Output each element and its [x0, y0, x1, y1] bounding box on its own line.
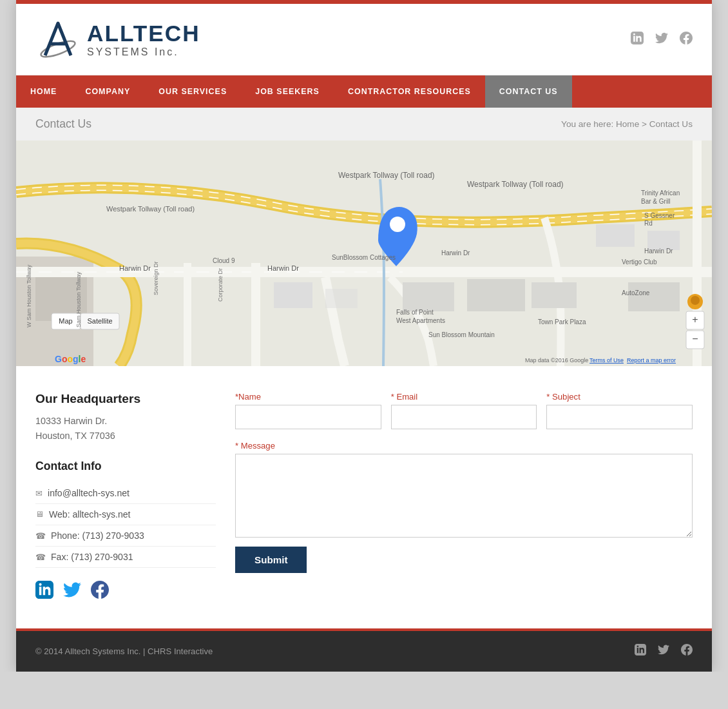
svg-rect-11 [325, 289, 358, 308]
svg-text:Westpark Tollway (Toll road): Westpark Tollway (Toll road) [338, 171, 435, 180]
web-value: Web: alltech-sys.net [49, 509, 131, 520]
message-label: * Message [235, 441, 693, 451]
nav-contact-us[interactable]: CONTACT US [485, 75, 572, 108]
svg-point-56 [691, 296, 700, 305]
social-icons-left [35, 581, 216, 603]
contact-email-item: ✉ info@alltech-sys.net [35, 483, 216, 504]
svg-text:Harwin Dr: Harwin Dr [119, 264, 151, 272]
content-area: Contact Us You are here: Home > Contact … [16, 108, 712, 628]
submit-button[interactable]: Submit [235, 547, 307, 573]
svg-text:Rd: Rd [644, 220, 653, 227]
contact-fax-item: ☎ Fax: (713) 270-9031 [35, 547, 216, 568]
linkedin-icon-header[interactable] [631, 32, 644, 48]
twitter-icon-footer[interactable] [658, 644, 669, 659]
svg-rect-10 [274, 282, 312, 308]
svg-text:Westpark Tollway (Toll road): Westpark Tollway (Toll road) [467, 180, 564, 189]
svg-rect-17 [628, 282, 680, 311]
nav-job-seekers[interactable]: JOB SEEKERS [241, 75, 334, 108]
svg-text:SunBlossom Cottages: SunBlossom Cottages [332, 254, 396, 261]
contact-info-list: ✉ info@alltech-sys.net 🖥 Web: alltech-sy… [35, 483, 216, 568]
svg-rect-13 [467, 279, 525, 311]
address: 10333 Harwin Dr. Houston, TX 77036 [35, 414, 216, 443]
svg-text:Report a map error: Report a map error [627, 357, 676, 364]
left-column: Our Headquarters 10333 Harwin Dr. Housto… [35, 392, 216, 603]
svg-text:Falls of Point: Falls of Point [396, 309, 434, 316]
breadcrumb: You are here: Home > Contact Us [561, 119, 693, 129]
header: ALLTECH SYSTEMS Inc. [16, 4, 712, 75]
nav-home[interactable]: HOME [16, 75, 71, 108]
svg-text:Sovereign Dr: Sovereign Dr [153, 261, 159, 295]
form-group-subject: * Subject [546, 392, 693, 429]
footer-copyright: © 2014 Alltech Systems Inc. | CHRS Inter… [35, 646, 213, 656]
facebook-icon-header[interactable] [680, 32, 693, 48]
svg-rect-14 [532, 282, 577, 308]
brand-tagline: SYSTEMS Inc. [87, 46, 200, 58]
svg-text:Terms of Use: Terms of Use [589, 357, 624, 364]
svg-point-0 [39, 38, 77, 60]
svg-text:−: − [692, 333, 698, 344]
email-icon: ✉ [35, 489, 43, 498]
contact-info-title: Contact Info [35, 460, 216, 473]
monitor-icon: 🖥 [35, 510, 44, 519]
map-container: Map Satellite Westpark Tollway (Toll roa… [16, 141, 712, 366]
form-group-name: *Name [235, 392, 381, 429]
social-icons-header [631, 32, 693, 48]
facebook-icon-footer[interactable] [681, 644, 693, 659]
svg-text:Bar & Grill: Bar & Grill [641, 198, 671, 205]
form-group-message: * Message [235, 441, 693, 540]
svg-text:·: · [622, 357, 624, 364]
twitter-icon-header[interactable] [655, 32, 668, 48]
svg-rect-7 [184, 263, 191, 366]
fax-icon: ☎ [35, 552, 46, 562]
svg-text:+: + [692, 314, 698, 325]
logo-text: ALLTECH SYSTEMS Inc. [87, 21, 200, 57]
address-line2: Houston, TX 77036 [35, 429, 216, 443]
email-value: info@alltech-sys.net [48, 488, 129, 498]
svg-text:Corporate Dr: Corporate Dr [217, 268, 224, 302]
phone-icon: ☎ [35, 531, 46, 541]
svg-text:West Apartments: West Apartments [396, 317, 445, 324]
svg-rect-12 [403, 282, 454, 311]
linkedin-icon-footer[interactable] [635, 644, 646, 659]
contact-phone-item: ☎ Phone: (713) 270-9033 [35, 525, 216, 547]
contact-web-item: 🖥 Web: alltech-sys.net [35, 504, 216, 525]
svg-text:Cloud 9: Cloud 9 [213, 257, 235, 264]
contact-form: *Name * Email * Subject * Message [235, 392, 693, 603]
twitter-icon-left[interactable] [63, 581, 81, 603]
svg-text:Map: Map [59, 317, 72, 325]
name-input[interactable] [235, 405, 381, 429]
nav-contractor-resources[interactable]: CONTRACTOR RESOURCES [334, 75, 485, 108]
subject-input[interactable] [546, 405, 693, 429]
svg-text:Sam Houston Tollway: Sam Houston Tollway [75, 271, 82, 327]
linkedin-icon-left[interactable] [35, 581, 53, 603]
svg-text:S Gessner: S Gessner [644, 212, 675, 219]
svg-rect-6 [251, 263, 260, 366]
message-textarea[interactable] [235, 454, 693, 538]
footer: © 2014 Alltech Systems Inc. | CHRS Inter… [16, 631, 712, 672]
svg-text:Harwin Dr: Harwin Dr [267, 264, 299, 272]
svg-text:Map data ©2016 Google: Map data ©2016 Google [525, 357, 588, 364]
svg-text:Google: Google [55, 354, 86, 364]
logo-icon [35, 17, 81, 62]
email-input[interactable] [391, 405, 537, 429]
form-group-email: * Email [391, 392, 537, 429]
address-line1: 10333 Harwin Dr. [35, 414, 216, 429]
subject-label: * Subject [546, 392, 693, 402]
brand-name: ALLTECH [87, 21, 200, 46]
name-label: *Name [235, 392, 381, 402]
svg-point-18 [390, 217, 405, 232]
nav-company[interactable]: COMPANY [71, 75, 144, 108]
svg-text:Town Park Plaza: Town Park Plaza [538, 318, 586, 325]
page-title: Contact Us [35, 117, 91, 131]
phone-value: Phone: (713) 270-9033 [51, 530, 144, 541]
breadcrumb-bar: Contact Us You are here: Home > Contact … [16, 108, 712, 141]
svg-text:Harwin Dr: Harwin Dr [644, 248, 673, 255]
nav-bar: HOME COMPANY OUR SERVICES JOB SEEKERS CO… [16, 75, 712, 108]
map-svg: Map Satellite Westpark Tollway (Toll roa… [16, 141, 712, 366]
email-label: * Email [391, 392, 537, 402]
svg-text:Vertigo Club: Vertigo Club [622, 258, 657, 266]
svg-text:W Sam Houston Tollway: W Sam Houston Tollway [26, 264, 32, 327]
facebook-icon-left[interactable] [91, 581, 109, 603]
form-row-1: *Name * Email * Subject [235, 392, 693, 429]
nav-our-services[interactable]: OUR SERVICES [144, 75, 241, 108]
